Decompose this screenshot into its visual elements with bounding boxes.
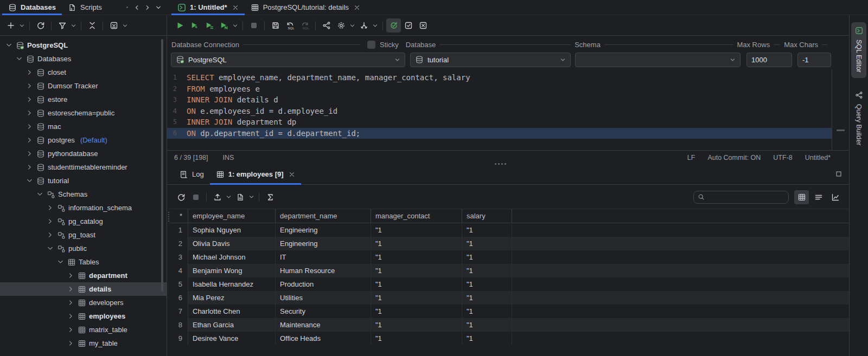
run-button[interactable] <box>173 18 187 33</box>
line-ending-indicator[interactable]: LF <box>687 154 695 161</box>
table-cell[interactable]: "1 <box>462 250 512 264</box>
insert-mode-indicator[interactable]: INS <box>223 154 234 161</box>
table-cell[interactable]: "1 <box>462 305 512 318</box>
chevron-right-icon[interactable] <box>46 217 54 226</box>
tree-item-matrix-table[interactable]: matrix_table <box>0 323 167 336</box>
chevron-right-icon[interactable] <box>46 231 54 240</box>
caret-position[interactable]: 6 / 39 [198] <box>174 154 208 161</box>
row-number-cell[interactable]: 5 <box>170 277 188 291</box>
table-cell[interactable]: "1 <box>371 291 462 305</box>
stop-button[interactable] <box>188 190 203 204</box>
tree-item-department[interactable]: department <box>0 269 167 282</box>
chevron-down-icon[interactable] <box>56 258 65 267</box>
table-cell[interactable]: Maintenance <box>276 318 371 332</box>
column-header-department-name[interactable]: department_name <box>276 209 371 223</box>
tree-item-my-table[interactable]: my_table <box>0 336 167 350</box>
table-cell[interactable]: "1 <box>371 237 462 250</box>
merge-button[interactable] <box>356 18 371 33</box>
encoding-indicator[interactable]: UTF-8 <box>773 154 792 161</box>
chevron-right-icon[interactable] <box>25 150 34 158</box>
open-in-editor-button[interactable] <box>106 18 121 33</box>
chevron-down-icon[interactable] <box>4 41 13 50</box>
undo-sql-button[interactable] <box>283 18 297 33</box>
chevron-right-icon[interactable] <box>66 285 75 294</box>
column-header-manager-contact[interactable]: manager_contact <box>371 209 462 223</box>
tab-1-employees-9[interactable]: 1: employees [9] <box>210 164 301 184</box>
run-script-button[interactable] <box>202 18 216 33</box>
table-cell[interactable]: Office Heads <box>276 332 371 345</box>
close-box-button[interactable] <box>416 18 430 33</box>
sql-line[interactable]: 6ON dp.department_id = d.department_id; <box>167 128 832 139</box>
chevron-right-icon[interactable] <box>66 271 75 280</box>
run-cursor-button[interactable] <box>187 18 202 33</box>
row-number-cell[interactable]: 2 <box>170 237 188 250</box>
text-view-button[interactable] <box>811 190 826 204</box>
sql-editor[interactable]: 1SELECT employee_name, department_name, … <box>167 69 832 150</box>
tree-item-tables[interactable]: Tables <box>0 255 167 269</box>
chevron-right-icon[interactable] <box>66 312 75 321</box>
add-button[interactable] <box>3 18 18 33</box>
column-header-employee-name[interactable]: employee_name <box>188 209 276 223</box>
sql-line[interactable]: 2FROM employees e <box>167 83 832 95</box>
table-row[interactable]: 9Desiree VanceOffice Heads"1"1 <box>170 332 849 345</box>
tree-item-developers[interactable]: developers <box>0 296 167 309</box>
database-select[interactable]: tutorial <box>410 53 571 67</box>
tree-item-databases[interactable]: Databases <box>0 52 167 66</box>
tab-log[interactable]: Log <box>174 164 210 184</box>
table-cell[interactable]: Benjamin Wong <box>188 264 276 277</box>
save-button[interactable] <box>268 18 283 33</box>
chart-view-button[interactable] <box>828 190 843 204</box>
sql-line[interactable]: 1SELECT employee_name, department_name, … <box>167 72 832 83</box>
table-cell[interactable]: "1 <box>371 332 462 345</box>
editor-scrollbar-thumb[interactable] <box>837 130 845 131</box>
sql-line[interactable]: 3INNER JOIN details d <box>167 94 832 106</box>
table-row[interactable]: 4Benjamin WongHuman Resource"1"1 <box>170 264 849 277</box>
chevron-right-icon[interactable] <box>66 339 75 348</box>
table-cell[interactable]: "1 <box>462 291 512 305</box>
doc-button[interactable] <box>233 190 247 204</box>
tree-item-pythondatabase[interactable]: pythondatabase <box>0 147 167 160</box>
chevron-down-icon[interactable] <box>25 177 34 185</box>
tree-item-dumsor-tracker[interactable]: Dumsor Tracker <box>0 79 167 93</box>
autocommit-button[interactable] <box>386 18 401 33</box>
column-drag-handle[interactable] <box>168 212 169 222</box>
column-header-salary[interactable]: salary <box>462 209 512 223</box>
maximize-panel-button[interactable] <box>835 170 843 178</box>
connection-select[interactable]: PostgreSQL <box>171 53 405 67</box>
tree-item-postgres[interactable]: postgres(Default) <box>0 133 167 147</box>
table-cell[interactable]: "1 <box>462 277 512 291</box>
table-cell[interactable]: "1 <box>462 237 512 250</box>
table-cell[interactable]: Engineering <box>276 237 371 250</box>
chevron-right-icon[interactable] <box>25 163 34 172</box>
close-tab-button[interactable] <box>354 4 360 11</box>
chevron-right-icon[interactable] <box>25 122 34 131</box>
table-cell[interactable]: "1 <box>462 223 512 237</box>
table-row[interactable]: 7Charlotte ChenSecurity"1"1 <box>170 305 849 318</box>
tree-item-estore[interactable]: estore <box>0 93 167 106</box>
chevron-down-icon[interactable] <box>35 190 44 199</box>
collapse-all-button[interactable] <box>85 18 99 33</box>
search-input[interactable] <box>707 193 784 201</box>
chevron-right-icon[interactable] <box>25 82 34 90</box>
sticky-checkbox[interactable] <box>367 41 375 49</box>
table-cell[interactable]: Production <box>276 277 371 291</box>
tree-item-schemas[interactable]: Schemas <box>0 187 167 201</box>
table-cell[interactable]: "1 <box>462 318 512 332</box>
table-cell[interactable]: "1 <box>371 264 462 277</box>
redo-sql-button[interactable] <box>297 18 312 33</box>
row-number-cell[interactable]: 6 <box>170 291 188 305</box>
table-cell[interactable]: "1 <box>371 277 462 291</box>
chevron-down-button[interactable] <box>348 18 356 33</box>
row-number-cell[interactable]: 7 <box>170 305 188 318</box>
tree-item-pg-toast[interactable]: pg_toast <box>0 228 167 242</box>
table-row[interactable]: 6Mia PerezUtilities"1"1 <box>170 291 849 305</box>
chevron-left-button[interactable] <box>133 4 140 11</box>
row-number-cell[interactable]: 1 <box>170 223 188 237</box>
chevron-right-icon[interactable] <box>25 95 34 104</box>
sql-line[interactable]: 5INNER JOIN department dp <box>167 116 832 128</box>
tab-databases[interactable]: Databases <box>2 0 62 15</box>
table-cell[interactable]: "1 <box>462 332 512 345</box>
refresh-button[interactable] <box>174 190 188 204</box>
chevron-right-icon[interactable] <box>66 326 75 334</box>
dot-button[interactable] <box>125 5 129 9</box>
